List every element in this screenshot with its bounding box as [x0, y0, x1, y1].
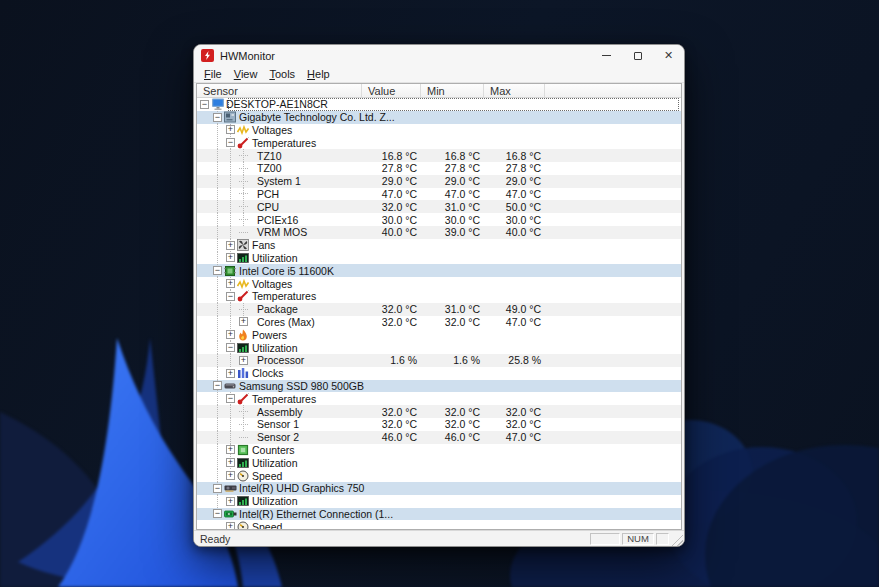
sensor-value: 16.8 °C — [362, 149, 421, 162]
expand-toggle[interactable]: + — [226, 125, 235, 134]
tree-row-intel-core-i5-11600k[interactable]: −Intel Core i5 11600K — [197, 264, 681, 277]
tree-row-speed[interactable]: +Speed — [197, 469, 681, 482]
tree-row-cores-max[interactable]: +Cores (Max)32.0 °C32.0 °C47.0 °C — [197, 316, 681, 329]
sensor-min: 39.0 °C — [421, 226, 484, 239]
tree-row-powers[interactable]: +Powers — [197, 328, 681, 341]
collapse-toggle[interactable]: − — [226, 394, 235, 403]
tree-connector — [239, 189, 248, 198]
expand-toggle[interactable]: + — [226, 369, 235, 378]
tree-row-sensor-2[interactable]: Sensor 246.0 °C46.0 °C47.0 °C — [197, 431, 681, 444]
sensor-value: 32.0 °C — [362, 316, 421, 329]
column-header-min[interactable]: Min — [421, 84, 484, 97]
minimize-button[interactable] — [591, 45, 622, 66]
fan-icon — [237, 239, 249, 251]
tree-row-pch[interactable]: PCH47.0 °C47.0 °C47.0 °C — [197, 188, 681, 201]
column-header-sensor[interactable]: Sensor — [197, 84, 362, 97]
tree-row-cpu[interactable]: CPU32.0 °C31.0 °C50.0 °C — [197, 200, 681, 213]
tree-row-speed[interactable]: +Speed — [197, 520, 681, 529]
tree-row-utilization[interactable]: +Utilization — [197, 456, 681, 469]
tree-row-utilization[interactable]: +Utilization — [197, 252, 681, 265]
sensor-label: Sensor 2 — [257, 431, 299, 443]
tree-row-package[interactable]: Package32.0 °C31.0 °C49.0 °C — [197, 303, 681, 316]
close-button[interactable]: ✕ — [653, 45, 684, 66]
tree-guide-line — [217, 418, 218, 431]
collapse-toggle[interactable]: − — [226, 343, 235, 352]
sensor-label: Counters — [252, 444, 295, 456]
tree-row-samsung-ssd-980-500gb[interactable]: −Samsung SSD 980 500GB — [197, 380, 681, 393]
tree-connector — [239, 164, 248, 173]
tree-row-voltages[interactable]: +Voltages — [197, 124, 681, 137]
collapse-toggle[interactable]: − — [213, 484, 222, 493]
collapse-toggle[interactable]: − — [213, 266, 222, 275]
collapse-toggle[interactable]: − — [226, 138, 235, 147]
tree-guide-line — [230, 213, 231, 226]
expand-toggle[interactable]: + — [239, 317, 248, 326]
tree-guide-line — [230, 162, 231, 175]
sensor-value: 32.0 °C — [362, 405, 421, 418]
collapse-toggle[interactable]: − — [213, 509, 222, 518]
motherboard-icon — [224, 111, 236, 123]
tree-connector — [239, 228, 248, 237]
sensor-label: Intel(R) UHD Graphics 750 — [239, 482, 364, 494]
sensor-panel: Sensor Value Min Max −DESKTOP-AE1N8CR−Gi… — [196, 83, 682, 530]
sensor-min: 31.0 °C — [421, 200, 484, 213]
tree-row-tz10[interactable]: TZ1016.8 °C16.8 °C16.8 °C — [197, 149, 681, 162]
column-header-max[interactable]: Max — [484, 84, 545, 97]
expand-toggle[interactable]: + — [226, 279, 235, 288]
sensor-label: System 1 — [257, 175, 301, 187]
expand-toggle[interactable]: + — [239, 356, 248, 365]
tree-guide-line — [230, 303, 231, 316]
expand-toggle[interactable]: + — [226, 241, 235, 250]
expand-toggle[interactable]: + — [226, 330, 235, 339]
tree-row-utilization[interactable]: −Utilization — [197, 341, 681, 354]
menu-tools[interactable]: Tools — [264, 67, 300, 81]
tree-row-counters[interactable]: +Counters — [197, 444, 681, 457]
tree-row-system-1[interactable]: System 129.0 °C29.0 °C29.0 °C — [197, 175, 681, 188]
tree-row-clocks[interactable]: +Clocks — [197, 367, 681, 380]
tree-row-vrm-mos[interactable]: VRM MOS40.0 °C39.0 °C40.0 °C — [197, 226, 681, 239]
disk-icon — [224, 380, 236, 392]
tree-guide-line — [217, 303, 218, 316]
sensor-label: PCH — [257, 188, 279, 200]
menu-file[interactable]: File — [199, 67, 227, 81]
tree-row-processor[interactable]: +Processor1.6 %1.6 %25.8 % — [197, 354, 681, 367]
titlebar[interactable]: HWMonitor ✕ — [194, 45, 684, 66]
tree-row-tz00[interactable]: TZ0027.8 °C27.8 °C27.8 °C — [197, 162, 681, 175]
menu-view[interactable]: View — [229, 67, 263, 81]
tree-row-sensor-1[interactable]: Sensor 132.0 °C32.0 °C32.0 °C — [197, 418, 681, 431]
ethernet-icon — [224, 508, 236, 520]
column-header-value[interactable]: Value — [362, 84, 421, 97]
expand-toggle[interactable]: + — [226, 253, 235, 262]
expand-toggle[interactable]: + — [226, 445, 235, 454]
collapse-toggle[interactable]: − — [226, 292, 235, 301]
expand-toggle[interactable]: + — [226, 458, 235, 467]
tree-row-utilization[interactable]: +Utilization — [197, 495, 681, 508]
expand-toggle[interactable]: + — [226, 497, 235, 506]
tree-connector — [239, 433, 248, 442]
collapse-toggle[interactable]: − — [200, 100, 209, 109]
tree-row-desktop-ae1n8cr[interactable]: −DESKTOP-AE1N8CR — [197, 98, 681, 111]
tree-row-assembly[interactable]: Assembly32.0 °C32.0 °C32.0 °C — [197, 405, 681, 418]
tree-row-gigabyte-technology-co-ltd-z[interactable]: −Gigabyte Technology Co. Ltd. Z... — [197, 111, 681, 124]
sensor-value: 32.0 °C — [362, 418, 421, 431]
tree-row-voltages[interactable]: +Voltages — [197, 277, 681, 290]
tree-row-temperatures[interactable]: −Temperatures — [197, 392, 681, 405]
maximize-button[interactable] — [622, 45, 653, 66]
sensor-label: Intel Core i5 11600K — [239, 265, 334, 277]
tree-row-intel-r-ethernet-connection-1[interactable]: −Intel(R) Ethernet Connection (1... — [197, 508, 681, 521]
tree-row-fans[interactable]: +Fans — [197, 239, 681, 252]
close-icon: ✕ — [664, 50, 673, 61]
menu-help[interactable]: Help — [302, 67, 335, 81]
temperature-icon — [237, 137, 249, 149]
collapse-toggle[interactable]: − — [213, 381, 222, 390]
resize-grip[interactable] — [670, 533, 683, 546]
sensor-label: Voltages — [252, 278, 292, 290]
expand-toggle[interactable]: + — [226, 522, 235, 529]
tree-guide-line — [230, 405, 231, 418]
expand-toggle[interactable]: + — [226, 471, 235, 480]
tree-row-intel-r-uhd-graphics-750[interactable]: −Intel(R) UHD Graphics 750 — [197, 482, 681, 495]
collapse-toggle[interactable]: − — [213, 113, 222, 122]
tree-row-temperatures[interactable]: −Temperatures — [197, 290, 681, 303]
tree-row-temperatures[interactable]: −Temperatures — [197, 136, 681, 149]
tree-row-pciex16[interactable]: PCIEx1630.0 °C30.0 °C30.0 °C — [197, 213, 681, 226]
